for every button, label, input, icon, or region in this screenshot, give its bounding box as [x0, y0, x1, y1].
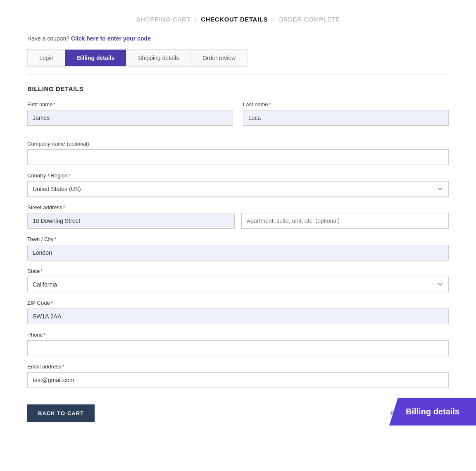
phone-group: Phone* — [27, 332, 449, 356]
street-address-2-input[interactable] — [241, 213, 449, 229]
back-to-cart-button[interactable]: BACK TO CART — [27, 404, 95, 422]
country-label: Country / Region* — [27, 172, 449, 179]
first-name-required: * — [53, 101, 55, 108]
email-label: Email address* — [27, 363, 449, 370]
email-input[interactable] — [27, 372, 449, 388]
name-row: First name* Last name* — [27, 101, 449, 133]
last-name-input[interactable] — [243, 110, 449, 126]
tab-login[interactable]: Login — [28, 50, 65, 66]
town-city-input[interactable] — [27, 245, 449, 261]
country-select[interactable]: United States (US) United Kingdom (UK) C… — [27, 181, 449, 197]
state-group: State* California New York Texas Florida — [27, 268, 449, 292]
street-required: * — [63, 204, 65, 210]
country-required: * — [69, 172, 71, 179]
section-divider — [27, 74, 449, 74]
street-address-row — [27, 213, 449, 229]
last-name-required: * — [269, 101, 271, 108]
state-label: State* — [27, 268, 449, 274]
form-footer: BACK TO CART PREVIOUS NEXT — [27, 400, 449, 422]
breadcrumb-sep-2: › — [272, 16, 274, 23]
town-city-label: Town / City* — [27, 236, 449, 242]
billing-tooltip: Billing details — [389, 398, 476, 426]
phone-label: Phone* — [27, 332, 449, 338]
country-group: Country / Region* United States (US) Uni… — [27, 172, 449, 197]
phone-required: * — [44, 332, 46, 338]
billing-section-title: BILLING DETAILS — [27, 85, 449, 92]
coupon-link[interactable]: Click here to enter your code — [71, 35, 151, 42]
town-required: * — [55, 236, 57, 242]
company-name-input[interactable] — [27, 149, 449, 165]
email-required: * — [62, 363, 64, 370]
breadcrumb-sep-1: › — [195, 16, 197, 23]
state-required: * — [40, 268, 43, 274]
last-name-group: Last name* — [243, 101, 449, 126]
first-name-input[interactable] — [27, 110, 233, 126]
zip-code-input[interactable] — [27, 308, 449, 324]
state-select[interactable]: California New York Texas Florida — [27, 277, 449, 292]
company-name-group: Company name (optional) — [27, 141, 449, 165]
first-name-group: First name* — [27, 101, 233, 126]
breadcrumb-shopping-cart[interactable]: SHOPPING CART — [136, 16, 190, 23]
zip-code-group: ZIP Code* — [27, 300, 449, 324]
tab-billing-details[interactable]: Billing details — [65, 50, 126, 66]
tab-order-review[interactable]: Order review — [191, 50, 247, 66]
zip-required: * — [51, 300, 53, 306]
breadcrumb: SHOPPING CART › CHECKOUT DETAILS › ORDER… — [27, 8, 449, 35]
tab-shipping-details[interactable]: Shipping details — [126, 50, 191, 66]
street-address-input[interactable] — [27, 213, 235, 229]
town-city-group: Town / City* — [27, 236, 449, 261]
coupon-bar: Have a coupon? Click here to enter your … — [27, 35, 449, 42]
phone-input[interactable] — [27, 340, 449, 356]
tabs-container: Login Billing details Shipping details O… — [27, 49, 248, 67]
first-name-label: First name* — [27, 101, 233, 108]
breadcrumb-order-complete[interactable]: ORDER COMPLETE — [278, 16, 340, 23]
email-group: Email address* — [27, 363, 449, 388]
coupon-text: Have a coupon? — [27, 35, 69, 42]
breadcrumb-checkout-details[interactable]: CHECKOUT DETAILS — [201, 16, 268, 23]
last-name-label: Last name* — [243, 101, 449, 108]
street-address-label: Street address* — [27, 204, 449, 210]
street-address-group: Street address* — [27, 204, 449, 229]
zip-code-label: ZIP Code* — [27, 300, 449, 306]
company-name-label: Company name (optional) — [27, 141, 449, 147]
